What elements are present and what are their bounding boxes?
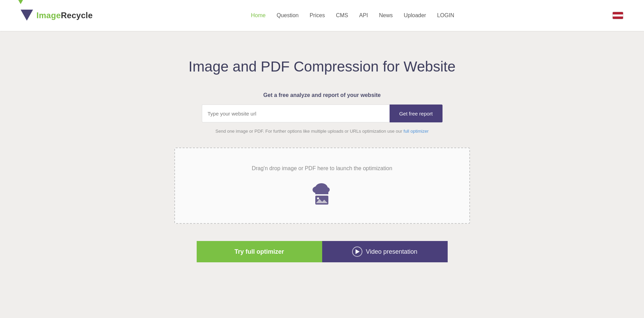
nav-login[interactable]: LOGIN	[437, 12, 454, 19]
play-circle-icon	[352, 246, 362, 257]
video-button-label: Video presentation	[366, 248, 417, 255]
drop-zone[interactable]: Drag'n drop image or PDF here to launch …	[174, 147, 470, 224]
full-optimizer-link[interactable]: full optimizer	[404, 129, 429, 134]
language-flag[interactable]	[612, 12, 623, 19]
nav-home[interactable]: Home	[251, 12, 266, 19]
main-nav: Home Question Prices CMS API News Upload…	[251, 12, 454, 19]
logo[interactable]: ImageRecycle	[21, 10, 93, 21]
page-title: Image and PDF Compression for Website	[188, 58, 456, 75]
url-form: Get free report	[202, 105, 443, 122]
nav-prices[interactable]: Prices	[309, 12, 325, 19]
drop-zone-text: Drag'n drop image or PDF here to launch …	[252, 165, 392, 172]
bottom-buttons: Try full optimizer Video presentation	[197, 241, 448, 262]
nav-question[interactable]: Question	[276, 12, 298, 19]
logo-text: ImageRecycle	[36, 11, 93, 20]
svg-rect-5	[315, 196, 328, 205]
svg-point-6	[317, 197, 319, 199]
try-optimizer-button[interactable]: Try full optimizer	[197, 241, 322, 262]
site-header: ImageRecycle Home Question Prices CMS AP…	[0, 0, 644, 31]
get-report-button[interactable]: Get free report	[390, 105, 443, 122]
nav-uploader[interactable]: Uploader	[404, 12, 426, 19]
nav-cms[interactable]: CMS	[336, 12, 348, 19]
play-triangle-icon	[356, 249, 360, 254]
upload-icon	[308, 178, 336, 206]
nav-news[interactable]: News	[379, 12, 393, 19]
nav-api[interactable]: API	[359, 12, 368, 19]
subtitle: Get a free analyze and report of your we…	[263, 92, 381, 98]
url-input[interactable]	[202, 105, 390, 122]
main-content: Image and PDF Compression for Website Ge…	[167, 31, 477, 276]
video-button[interactable]: Video presentation	[322, 241, 448, 262]
hint-text: Send one image or PDF. For further optio…	[216, 129, 429, 134]
